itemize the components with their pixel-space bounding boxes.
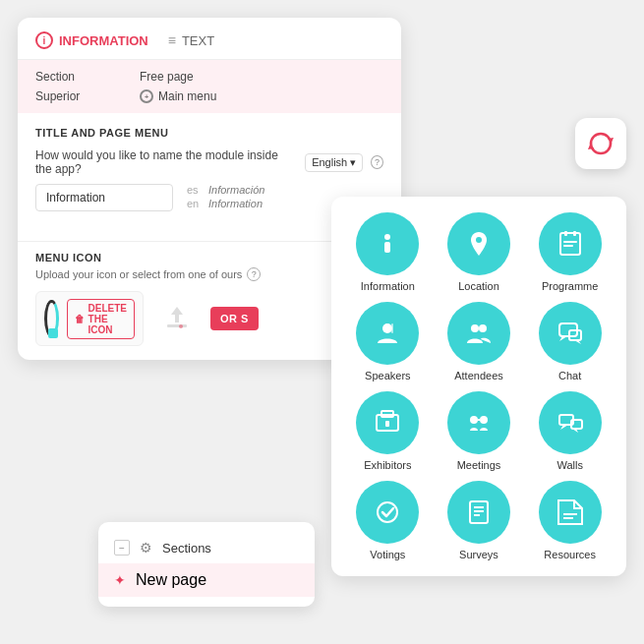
svg-rect-8 <box>564 231 567 236</box>
new-page-label: New page <box>136 571 206 589</box>
icon-item-exhibitors[interactable]: Exhibitors <box>347 391 429 471</box>
superior-value: + Main menu <box>140 89 383 103</box>
svg-rect-10 <box>563 241 577 243</box>
superior-label: Superior <box>35 89 134 103</box>
exhibitors-icon-circle <box>356 391 419 454</box>
translation-es: es Información <box>187 184 264 196</box>
surveys-icon-label: Surveys <box>459 549 498 560</box>
programme-icon-label: Programme <box>542 280 598 292</box>
svg-point-22 <box>480 416 488 424</box>
svg-point-4 <box>384 234 390 240</box>
title-heading: TITLE AND PAGE MENU <box>35 127 383 139</box>
svg-rect-9 <box>573 231 576 236</box>
icon-item-surveys[interactable]: Surveys <box>439 481 520 560</box>
chevron-down-icon: ▾ <box>350 156 356 169</box>
help-icon[interactable]: ? <box>371 155 383 169</box>
text-tab-icon: ≡ <box>168 32 176 48</box>
name-question: How would you like to name the module in… <box>35 148 383 176</box>
exhibitors-icon-label: Exhibitors <box>364 459 411 471</box>
icon-preview-box: 🗑 DELETE THE ICON <box>35 291 144 346</box>
translation-en: en Information <box>187 198 264 209</box>
trash-icon: 🗑 <box>75 314 85 324</box>
svg-rect-20 <box>385 421 389 427</box>
svg-rect-5 <box>384 242 390 253</box>
lang-select[interactable]: English ▾ <box>305 153 363 172</box>
svg-rect-7 <box>560 233 580 255</box>
icon-item-location[interactable]: Location <box>439 212 520 292</box>
icon-preview <box>44 300 59 337</box>
sections-panel: − ⚙ Sections ✦ New page <box>98 522 315 607</box>
walls-icon-circle <box>539 391 602 454</box>
meta-grid: Section Free page Superior + Main menu <box>18 60 401 113</box>
sections-item[interactable]: − ⚙ Sections <box>98 532 315 563</box>
icon-item-information[interactable]: Information <box>347 212 429 292</box>
icon-item-resources[interactable]: Resources <box>529 481 611 560</box>
section-value: Free page <box>140 70 383 84</box>
resources-icon-circle <box>539 481 602 544</box>
refresh-icon <box>586 129 615 158</box>
icon-item-meetings[interactable]: Meetings <box>439 391 520 471</box>
svg-point-15 <box>479 324 487 332</box>
attendees-icon-label: Attendees <box>454 370 503 381</box>
icon-item-chat[interactable]: Chat <box>529 302 611 381</box>
new-page-item[interactable]: ✦ New page <box>98 563 315 597</box>
svg-point-6 <box>476 237 482 243</box>
upload-help-icon[interactable]: ? <box>247 267 261 281</box>
superior-circle-icon: + <box>140 89 153 103</box>
resources-icon-label: Resources <box>544 549 596 560</box>
icon-item-walls[interactable]: Walls <box>529 391 611 471</box>
votings-icon-label: Votings <box>370 549 405 560</box>
svg-point-12 <box>382 323 392 333</box>
svg-point-14 <box>471 324 479 332</box>
icons-grid-panel: Information Location Programme Speakers <box>331 197 626 576</box>
location-icon-circle <box>447 212 510 275</box>
icon-item-votings[interactable]: Votings <box>347 481 429 560</box>
refresh-button[interactable] <box>575 118 626 169</box>
puzzle-icon: ✦ <box>114 572 126 588</box>
programme-icon-circle <box>539 212 602 275</box>
speakers-icon-circle <box>356 302 419 365</box>
tab-text[interactable]: ≡ TEXT <box>168 32 214 48</box>
svg-rect-0 <box>167 324 187 327</box>
icons-grid: Information Location Programme Speakers <box>347 212 611 560</box>
translations: es Información en Information <box>187 184 264 211</box>
chat-icon-circle <box>539 302 602 365</box>
attendees-icon-circle <box>447 302 510 365</box>
icon-item-attendees[interactable]: Attendees <box>439 302 520 381</box>
information-icon-circle <box>356 212 419 275</box>
icon-item-programme[interactable]: Programme <box>529 212 611 292</box>
sections-label: Sections <box>162 541 211 556</box>
surveys-icon-circle <box>447 481 510 544</box>
votings-icon-circle <box>356 481 419 544</box>
speakers-icon-label: Speakers <box>365 370 410 381</box>
collapse-icon[interactable]: − <box>114 540 130 556</box>
location-icon-label: Location <box>458 280 499 292</box>
info-tab-icon: i <box>35 31 53 49</box>
svg-point-21 <box>470 416 478 424</box>
information-icon-label: Information <box>361 280 415 292</box>
upload-placeholder[interactable] <box>153 295 201 342</box>
section-label: Section <box>35 70 134 84</box>
panel-tabs: i INFORMATION ≡ TEXT <box>18 18 401 60</box>
svg-rect-11 <box>563 245 573 247</box>
meetings-icon-label: Meetings <box>457 459 501 471</box>
walls-icon-label: Walls <box>556 459 582 471</box>
svg-rect-13 <box>391 323 393 333</box>
delete-icon-button[interactable]: 🗑 DELETE THE ICON <box>67 299 135 339</box>
svg-point-1 <box>179 324 183 328</box>
svg-point-26 <box>378 502 397 522</box>
or-select-button[interactable]: OR S <box>210 307 259 330</box>
icon-item-speakers[interactable]: Speakers <box>347 302 429 381</box>
meetings-icon-circle <box>447 391 510 454</box>
tab-text-label: TEXT <box>182 33 214 48</box>
tab-information-label: INFORMATION <box>59 33 148 48</box>
chat-icon-label: Chat <box>558 370 581 381</box>
gear-icon: ⚙ <box>140 540 152 556</box>
tab-information[interactable]: i INFORMATION <box>35 31 148 49</box>
name-input[interactable] <box>35 184 173 211</box>
